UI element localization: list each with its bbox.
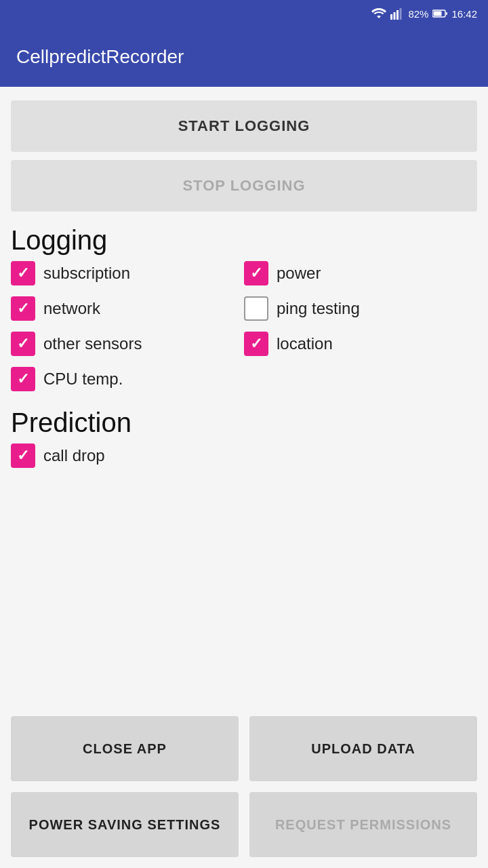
bottom-buttons-area: CLOSE APP UPLOAD DATA POWER SAVING SETTI…: [0, 705, 488, 868]
subscription-checkbox[interactable]: [11, 261, 35, 285]
bottom-row-1: CLOSE APP UPLOAD DATA: [11, 716, 477, 781]
wifi-icon: [371, 7, 386, 20]
location-checkbox[interactable]: [244, 332, 268, 356]
app-bar: CellpredictRecorder: [0, 27, 488, 87]
list-item: location: [244, 329, 477, 359]
time-text: 16:42: [451, 8, 477, 20]
call-drop-label: call drop: [43, 446, 105, 465]
network-label: network: [43, 299, 100, 318]
battery-icon: [432, 9, 447, 18]
request-permissions-button[interactable]: REQUEST PERMISSIONS: [249, 792, 477, 857]
main-content: START LOGGING STOP LOGGING Logging subsc…: [0, 87, 488, 705]
list-item: CPU temp.: [11, 364, 477, 394]
list-item: power: [244, 258, 477, 288]
list-item: network: [11, 294, 244, 323]
other-sensors-label: other sensors: [43, 334, 142, 353]
bottom-row-2: POWER SAVING SETTINGS REQUEST PERMISSION…: [11, 792, 477, 857]
close-app-button[interactable]: CLOSE APP: [11, 716, 239, 781]
status-icons: 82% 16:42: [371, 7, 477, 20]
svg-rect-2: [396, 10, 399, 20]
power-checkbox[interactable]: [244, 261, 268, 285]
logging-section-header: Logging: [11, 225, 477, 256]
list-item: ping testing: [244, 294, 477, 323]
svg-rect-6: [446, 12, 447, 15]
list-item: other sensors: [11, 329, 244, 359]
svg-rect-0: [390, 14, 392, 20]
stop-logging-button[interactable]: STOP LOGGING: [11, 160, 477, 212]
upload-data-button[interactable]: UPLOAD DATA: [249, 716, 477, 781]
logging-section: Logging subscription power network ping …: [11, 220, 477, 394]
prediction-section-header: Prediction: [11, 408, 477, 438]
app-title: CellpredictRecorder: [16, 46, 184, 68]
list-item: subscription: [11, 258, 244, 288]
ping-testing-label: ping testing: [277, 299, 360, 318]
other-sensors-checkbox[interactable]: [11, 332, 35, 356]
svg-rect-1: [394, 12, 396, 20]
cpu-temp-checkbox[interactable]: [11, 367, 35, 391]
power-label: power: [277, 264, 321, 283]
power-saving-settings-button[interactable]: POWER SAVING SETTINGS: [11, 792, 239, 857]
call-drop-checkbox[interactable]: [11, 443, 35, 468]
svg-rect-3: [400, 8, 402, 20]
list-item: call drop: [11, 441, 477, 471]
ping-testing-checkbox[interactable]: [244, 296, 268, 321]
logging-checkboxes: subscription power network ping testing …: [11, 258, 477, 394]
location-label: location: [277, 334, 333, 353]
subscription-label: subscription: [43, 264, 130, 283]
start-logging-button[interactable]: START LOGGING: [11, 100, 477, 152]
cpu-temp-label: CPU temp.: [43, 370, 123, 389]
svg-rect-5: [434, 12, 442, 16]
network-checkbox[interactable]: [11, 296, 35, 321]
battery-text: 82%: [408, 8, 428, 20]
status-bar: 82% 16:42: [0, 0, 488, 27]
prediction-section: Prediction call drop: [11, 402, 477, 471]
prediction-checkboxes: call drop: [11, 441, 477, 471]
signal-icon: [390, 7, 404, 20]
